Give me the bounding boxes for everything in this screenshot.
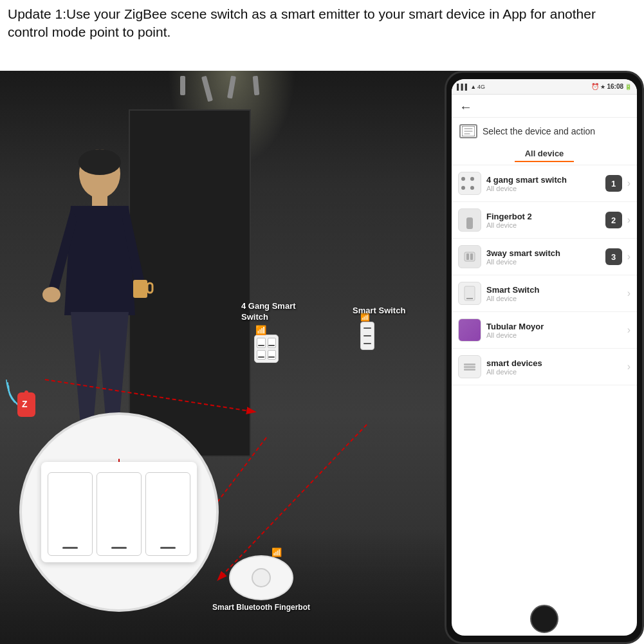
chevron-icon-smart-switch: › [627,288,630,299]
select-device-area: Select the device and action [452,118,637,142]
switch-button-1 [48,472,93,556]
bluetooth-icon: ★ [600,84,605,90]
svg-rect-21 [465,252,475,261]
wifi-icon-4gang: 📶 [255,325,266,335]
device-item-smart-devices[interactable]: smart devices All device › [452,349,637,385]
svg-text:Z: Z [22,399,28,409]
label-4gang-switch: 4 Gang Smart Switch [241,301,296,323]
page-header: Update 1:Use your ZigBee scene switch as… [8,5,636,42]
network-type: 4G [477,84,485,90]
device-info-4gang: 4 gang smart switch All device [486,175,600,192]
device-icon-smart-devices [458,355,481,378]
header-text: Update 1:Use your ZigBee scene switch as… [8,6,596,39]
chevron-icon-4gang: › [627,178,630,189]
device-sub-fingerbot: All device [486,221,600,229]
chevron-icon-fingerbot: › [627,214,630,226]
back-button[interactable]: ← [459,100,472,115]
switch-button-2 [97,472,142,556]
chevron-icon-3way: › [627,251,630,262]
device-badge-2: 2 [605,212,622,228]
svg-rect-2 [92,193,107,206]
device-info-smart-devices: smart devices All device [486,358,622,376]
device-list: 4 gang smart switch All device 1 › Finge… [452,165,637,636]
device-icon-4gang [458,172,481,195]
device-sub-3way: All device [486,258,600,266]
svg-point-1 [78,149,121,175]
battery-icon: 🔋 [625,84,632,90]
device-sub-tubular: All device [486,331,622,339]
background-image: Z 📶 4 Gang Smart Switch 📶 Smart Swit [0,71,463,644]
phone-screen: ▌▌▌ ▲ 4G ⏰ ★ 16:08 🔋 ← Select th [452,79,637,636]
app-tab-bar: All device [452,142,637,165]
device-name-3way: 3way smart switch [486,248,600,258]
signal-bars: ▌▌▌ [457,84,469,90]
wifi-status: ▲ [470,84,476,90]
time-display: 16:08 [607,83,623,90]
switch-panel [41,462,197,562]
svg-point-10 [24,391,28,394]
device-name-smart-devices: smart devices [486,358,622,368]
device-sub-smart-devices: All device [486,368,622,376]
select-device-icon [459,124,477,138]
phone-home-button[interactable] [530,605,558,633]
device-info-fingerbot: Fingerbot 2 All device [486,212,600,229]
wall-smart-switch [360,322,374,350]
device-icon-3way [458,245,481,268]
device-name-4gang: 4 gang smart switch [486,175,600,185]
status-left: ▌▌▌ ▲ 4G [457,84,485,90]
status-right: ⏰ ★ 16:08 🔋 [591,83,632,90]
device-name-fingerbot: Fingerbot 2 [486,212,600,221]
device-icon-fingerbot [458,208,481,232]
tab-all-device[interactable]: All device [515,146,575,162]
device-info-tubular: Tubular Moyor All device [486,322,622,339]
device-info-3way: 3way smart switch All device [486,248,600,266]
device-badge-3: 3 [605,248,622,265]
chevron-icon-tubular: › [627,324,630,336]
status-bar: ▌▌▌ ▲ 4G ⏰ ★ 16:08 🔋 [452,79,637,95]
label-smart-switch: Smart Switch [353,306,405,315]
svg-rect-22 [466,253,469,260]
alarm-icon: ⏰ [591,83,599,90]
device-item-3way[interactable]: 3way smart switch All device 3 › [452,239,637,275]
device-badge-1: 1 [605,175,622,192]
wall-4gang-switch [254,335,279,363]
svg-rect-23 [470,253,473,260]
track-lights [180,76,259,102]
fingerbot-area: 📶 Smart Bluetooth Fingerbot [212,555,310,612]
device-sub-4gang: All device [486,185,600,192]
device-item-4gang[interactable]: 4 gang smart switch All device 1 › [452,165,637,202]
device-icon-tubular [458,318,481,342]
phone-container: ▌▌▌ ▲ 4G ⏰ ★ 16:08 🔋 ← Select th [445,71,644,644]
device-name-smart-switch: Smart Switch [486,285,622,295]
svg-rect-5 [147,283,152,293]
app-header: ← [452,95,637,118]
device-info-smart-switch: Smart Switch All device [486,285,622,302]
fingerbot-device: 📶 [229,555,293,600]
select-device-title: Select the device and action [483,126,595,136]
svg-rect-4 [133,280,147,298]
device-item-fingerbot[interactable]: Fingerbot 2 All device 2 › [452,202,637,239]
device-sub-smart-switch: All device [486,295,622,302]
fingerbot-label: Smart Bluetooth Fingerbot [212,603,310,612]
device-name-tubular: Tubular Moyor [486,322,622,331]
chevron-icon-smart-devices: › [627,361,630,373]
switch-callout-circle [19,412,219,612]
device-icon-smart-switch [458,282,481,305]
svg-point-3 [42,287,60,302]
device-item-smart-switch[interactable]: Smart Switch All device › [452,275,637,312]
switch-button-3 [145,472,190,556]
device-item-tubular[interactable]: Tubular Moyor All device › [452,312,637,349]
